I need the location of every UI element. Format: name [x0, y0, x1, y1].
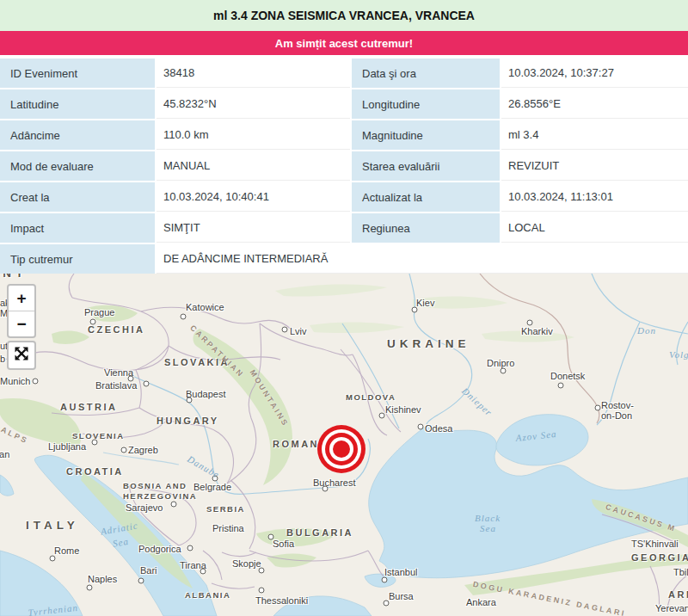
- detail-label: Tip cutremur: [0, 244, 155, 274]
- minus-icon: −: [16, 315, 26, 334]
- detail-value: 10.03.2024, 10:37:27: [501, 59, 688, 88]
- fullscreen-icon: [14, 346, 29, 365]
- epicenter-marker[interactable]: [333, 440, 350, 458]
- detail-label: ID Eveniment: [0, 59, 155, 88]
- detail-value: 10.03.2024, 11:13:01: [501, 182, 688, 212]
- page-title: ml 3.4 ZONA SEISMICA VRANCEA, VRANCEA: [213, 9, 475, 22]
- detail-label: Creat la: [0, 182, 155, 212]
- detail-value: SIMŢIT: [157, 213, 350, 243]
- detail-value: 26.8556°E: [501, 89, 688, 119]
- felt-report-label: Am simțit acest cutremur!: [275, 37, 413, 50]
- detail-value: DE ADÂNCIME INTERMEDIARĂ: [157, 244, 688, 274]
- detail-value: MANUAL: [157, 151, 350, 181]
- map[interactable]: CZECHIASLOVAKIAAUSTRIAHUNGARYSLOVENIACRO…: [0, 274, 688, 616]
- detail-label: Impact: [0, 213, 155, 243]
- zoom-in-button[interactable]: +: [9, 286, 34, 311]
- event-title-header: ml 3.4 ZONA SEISMICA VRANCEA, VRANCEA: [0, 0, 688, 31]
- zoom-out-button[interactable]: −: [9, 311, 34, 336]
- felt-report-banner[interactable]: Am simțit acest cutremur!: [0, 31, 688, 55]
- detail-label: Actualizat la: [352, 182, 500, 212]
- detail-label: Longitudine: [352, 89, 500, 119]
- detail-value: REVIZUIT: [501, 151, 688, 181]
- detail-label: Magnitudine: [352, 120, 500, 150]
- detail-value: LOCAL: [501, 213, 688, 243]
- detail-value: 110.0 km: [157, 120, 350, 150]
- detail-label: Latitudine: [0, 89, 155, 119]
- detail-value: 45.8232°N: [157, 89, 350, 119]
- detail-value: 38418: [157, 59, 350, 88]
- detail-label: Starea evaluării: [352, 151, 500, 181]
- detail-label: Mod de evaluare: [0, 151, 155, 181]
- detail-label: Adâncime: [0, 120, 155, 150]
- detail-value: ml 3.4: [501, 120, 688, 150]
- plus-icon: +: [16, 289, 26, 308]
- detail-value: 10.03.2024, 10:40:41: [157, 182, 350, 212]
- detail-label: Data şi ora: [352, 59, 500, 88]
- detail-label: Regiunea: [352, 213, 500, 243]
- fullscreen-button[interactable]: [7, 341, 36, 370]
- map-zoom-control: + −: [7, 284, 36, 338]
- event-details-table: ID Eveniment38418Data şi ora10.03.2024, …: [0, 59, 688, 274]
